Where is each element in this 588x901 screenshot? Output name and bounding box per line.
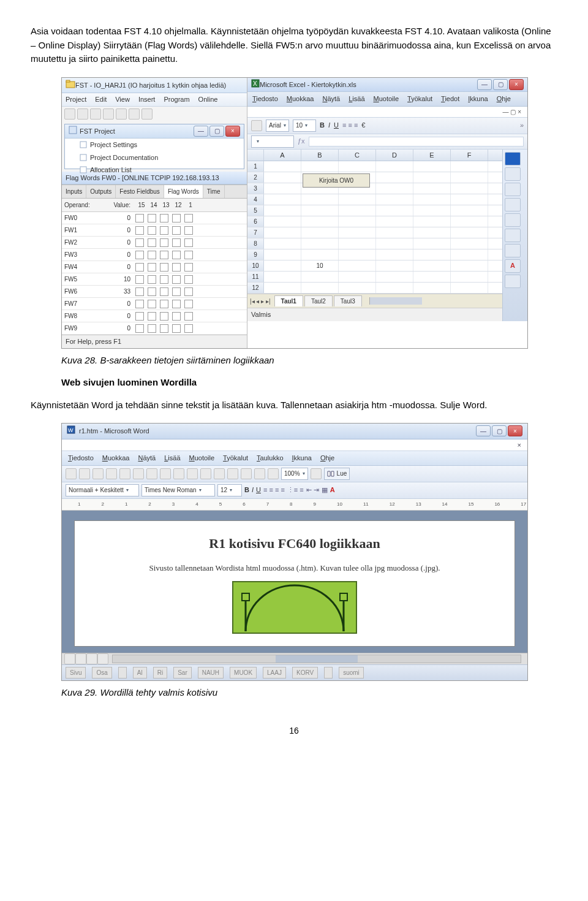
- formula-bar[interactable]: [309, 137, 524, 146]
- maximize-icon[interactable]: ▢: [209, 126, 224, 137]
- new-icon[interactable]: [64, 108, 75, 120]
- help-icon[interactable]: [311, 468, 322, 479]
- word-menu-ohje[interactable]: Ohje: [320, 453, 334, 463]
- excel-row[interactable]: 1010: [247, 260, 502, 272]
- excel-menu-tiedot[interactable]: Tiedot: [441, 94, 459, 104]
- flag-word-row[interactable]: FW70: [62, 298, 247, 310]
- paste-icon[interactable]: [141, 108, 153, 120]
- font-size-combo[interactable]: 10▾: [293, 120, 316, 132]
- sheet-tab-1[interactable]: Taul1: [274, 295, 303, 306]
- columns-icon[interactable]: [241, 468, 252, 479]
- permission-icon[interactable]: [106, 468, 117, 479]
- word-standard-toolbar[interactable]: 100%▾ Lue: [62, 466, 527, 482]
- word-menu-lisää[interactable]: Lisää: [164, 453, 180, 463]
- flag-word-row[interactable]: FW30: [62, 249, 247, 261]
- cut-icon[interactable]: [160, 468, 171, 479]
- excel-taskpane[interactable]: A: [502, 150, 527, 321]
- maximize-icon[interactable]: ▢: [492, 425, 507, 436]
- save-icon[interactable]: [92, 468, 104, 479]
- align-icons[interactable]: ≡ ≡ ≡ ≡: [263, 485, 285, 495]
- view-buttons-row[interactable]: [62, 653, 527, 664]
- open-icon[interactable]: [79, 468, 90, 479]
- word-menu-muotoile[interactable]: Muotoile: [189, 453, 215, 463]
- flag-word-row[interactable]: FW10: [62, 224, 247, 237]
- print-view-icon[interactable]: [86, 653, 97, 664]
- menu-online[interactable]: Online: [198, 94, 218, 105]
- borders-icon[interactable]: ▦: [322, 485, 328, 495]
- col-e[interactable]: E: [413, 150, 451, 161]
- flag-word-row[interactable]: FW510: [62, 273, 247, 286]
- col-f[interactable]: F: [451, 150, 488, 161]
- excel-row[interactable]: 3: [247, 183, 502, 194]
- indent-icons[interactable]: ⇤ ⇥: [306, 485, 319, 495]
- document-page[interactable]: R1 kotisivu FC640 logiikkaan Sivusto tal…: [74, 520, 515, 647]
- copy-icon[interactable]: [129, 108, 140, 120]
- flag-word-row[interactable]: FW20: [62, 237, 247, 249]
- outline-view-icon[interactable]: [97, 653, 108, 664]
- menu-view[interactable]: View: [115, 94, 130, 105]
- font-combo[interactable]: Times New Roman▾: [141, 484, 215, 496]
- font-size-combo[interactable]: 12▾: [217, 484, 242, 496]
- excel-row[interactable]: 6: [247, 216, 502, 227]
- flag-tab-outputs[interactable]: Outputs: [86, 185, 116, 198]
- print-icon[interactable]: [103, 108, 114, 120]
- flag-word-row[interactable]: FW633: [62, 286, 247, 298]
- spelling-icon[interactable]: [146, 468, 157, 479]
- sheet-tab-2[interactable]: Taul2: [304, 295, 333, 306]
- font-combo[interactable]: Arial▾: [266, 120, 289, 132]
- new-icon[interactable]: [66, 468, 77, 479]
- excel-menu-ikkuna[interactable]: Ikkuna: [468, 94, 488, 104]
- minimize-icon[interactable]: —: [476, 425, 491, 436]
- print-icon[interactable]: [119, 468, 130, 479]
- minimize-icon[interactable]: —: [477, 79, 492, 90]
- word-menu-tiedosto[interactable]: Tiedosto: [68, 453, 94, 463]
- close-icon[interactable]: ×: [509, 79, 524, 90]
- fst-menu-bar[interactable]: Project Edit View Insert Program Online: [62, 93, 247, 107]
- flag-word-row[interactable]: FW80: [62, 310, 247, 322]
- excel-row[interactable]: 12: [247, 283, 502, 294]
- fst-toolbar[interactable]: [62, 107, 247, 121]
- excel-menu-muokkaa[interactable]: Muokkaa: [287, 94, 314, 104]
- menu-insert[interactable]: Insert: [138, 94, 156, 105]
- word-menu-taulukko[interactable]: Taulukko: [257, 453, 283, 463]
- show-marks-icon[interactable]: [268, 468, 279, 479]
- excel-row[interactable]: 8: [247, 238, 502, 249]
- doc-close-row[interactable]: ×: [62, 439, 527, 452]
- menu-project[interactable]: Project: [66, 94, 86, 105]
- undo-icon[interactable]: [200, 468, 211, 479]
- excel-row[interactable]: 4: [247, 194, 502, 205]
- excel-menu-työkalut[interactable]: Työkalut: [407, 94, 432, 104]
- xl-open-icon[interactable]: [251, 120, 262, 131]
- excel-menu-bar[interactable]: TiedostoMuokkaaNäytäLisääMuotoileTyökalu…: [247, 92, 527, 107]
- excel-row[interactable]: 11: [247, 272, 502, 283]
- zoom-combo[interactable]: 100%▾: [281, 468, 308, 480]
- save-icon[interactable]: [90, 108, 101, 120]
- word-menu-bar[interactable]: TiedostoMuokkaaNäytäLisääMuotoileTyökalu…: [62, 451, 527, 466]
- euro-icon[interactable]: €: [361, 120, 365, 131]
- word-menu-näytä[interactable]: Näytä: [138, 453, 156, 463]
- tab-nav-icons[interactable]: |◂ ◂ ▸ ▸|: [250, 297, 271, 306]
- underline-icon[interactable]: U: [334, 120, 339, 131]
- close-icon[interactable]: ×: [225, 126, 240, 137]
- fx-icon[interactable]: ƒx: [298, 136, 305, 146]
- menu-program[interactable]: Program: [164, 94, 189, 105]
- flag-word-row[interactable]: FW40: [62, 261, 247, 273]
- bold-icon[interactable]: B: [320, 120, 325, 131]
- table-icon[interactable]: [227, 468, 238, 479]
- excel-row[interactable]: 9: [247, 249, 502, 260]
- preview-icon[interactable]: [133, 468, 144, 479]
- excel-menu-näytä[interactable]: Näytä: [322, 94, 340, 104]
- font-color-icon[interactable]: A: [330, 485, 335, 495]
- bold-icon[interactable]: B: [244, 485, 249, 495]
- copy-icon[interactable]: [173, 468, 184, 479]
- ruler[interactable]: 121234567891011121314151617: [62, 499, 527, 511]
- sheet-tab-3[interactable]: Taul3: [334, 295, 362, 306]
- minimize-icon[interactable]: —: [194, 126, 208, 137]
- style-combo[interactable]: Normaali + Keskitett▾: [66, 484, 139, 496]
- flag-word-row[interactable]: FW90: [62, 322, 247, 335]
- underline-icon[interactable]: U: [256, 485, 261, 495]
- list-icons[interactable]: ⋮≡ ≡: [287, 485, 304, 495]
- flag-tab-time[interactable]: Time: [203, 185, 225, 198]
- italic-icon[interactable]: I: [328, 120, 330, 131]
- excel-menu-tiedosto[interactable]: Tiedosto: [252, 94, 278, 104]
